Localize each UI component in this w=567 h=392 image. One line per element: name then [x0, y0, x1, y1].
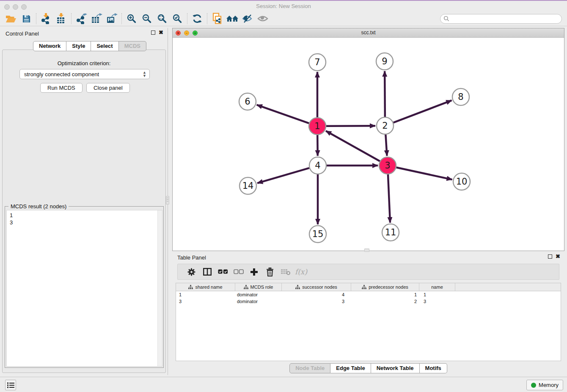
tab-select[interactable]: Select	[91, 41, 118, 51]
zoom-fit-icon[interactable]	[154, 12, 170, 25]
float-panel-icon[interactable]	[151, 30, 155, 35]
network-view-window: ✕ − + scc.txt 7968124314101511	[172, 28, 564, 251]
graph-edge-3-11[interactable]	[388, 174, 390, 223]
minimize-window-icon[interactable]	[13, 4, 18, 10]
hide-selected-icon[interactable]	[240, 12, 255, 25]
search-input[interactable]	[440, 14, 562, 24]
traffic-lights[interactable]	[4, 4, 30, 11]
column-header-name[interactable]: name	[419, 283, 455, 291]
network-maximize-icon[interactable]: +	[193, 30, 198, 36]
network-minimize-icon[interactable]: −	[184, 30, 189, 36]
close-panel-button[interactable]: Close panel	[86, 83, 130, 93]
table-row[interactable]: 3dominator323	[176, 298, 561, 305]
add-icon[interactable]	[246, 265, 262, 278]
graph-edge-1-4[interactable]	[317, 135, 318, 156]
column-header-shared-name[interactable]: shared name	[176, 283, 235, 291]
network-graph[interactable]: 7968124314101511	[173, 38, 564, 251]
column-header-predecessor-nodes[interactable]: predecessor nodes	[351, 283, 419, 291]
run-mcds-button[interactable]: Run MCDS	[40, 83, 83, 93]
criterion-select[interactable]: strongly connected component ▲▼	[19, 69, 150, 79]
control-panel: Control Panel ✖ Network Style Select MCD…	[0, 28, 168, 375]
column-header-successor-nodes[interactable]: successor nodes	[282, 283, 351, 291]
table-toolbar: f(x)	[177, 264, 559, 280]
search-field[interactable]	[440, 14, 562, 24]
select-all-icon[interactable]	[215, 265, 231, 278]
import-network-icon[interactable]	[39, 12, 54, 25]
graph-node-label: 7	[314, 57, 320, 67]
delete-icon[interactable]	[262, 265, 278, 278]
import-table-icon[interactable]	[54, 12, 69, 25]
search-icon	[443, 16, 449, 23]
mcds-result-line: 3	[7, 219, 162, 226]
task-history-button[interactable]	[5, 380, 16, 390]
close-panel-icon[interactable]: ✖	[159, 30, 163, 35]
toolbar-separator	[121, 13, 122, 24]
horizontal-split-grip[interactable]	[364, 248, 369, 252]
graph-edge-3-10[interactable]	[396, 167, 452, 179]
control-panel-header: Control Panel ✖	[0, 28, 168, 39]
tab-edge-table[interactable]: Edge Table	[330, 363, 371, 373]
table-row[interactable]: 1dominator411	[176, 291, 561, 298]
tab-network-table[interactable]: Network Table	[371, 363, 420, 373]
zoom-out-icon[interactable]	[139, 12, 154, 25]
control-panel-title: Control Panel	[6, 30, 39, 37]
deselect-all-icon[interactable]	[231, 265, 246, 278]
graph-edge-4-14[interactable]	[257, 168, 309, 183]
network-close-icon[interactable]: ✕	[176, 30, 181, 36]
table-body: 1dominator4113dominator323	[176, 291, 561, 305]
graph-node-label: 8	[458, 92, 463, 102]
open-file-icon[interactable]	[3, 12, 19, 25]
tab-node-table[interactable]: Node Table	[289, 363, 330, 373]
vertical-split-grip[interactable]	[166, 196, 169, 204]
table-cell: 3	[419, 299, 455, 304]
close-window-icon[interactable]	[4, 4, 10, 10]
function-builder-icon: f(x)	[293, 265, 309, 278]
graph-edge-1-2[interactable]	[326, 126, 375, 126]
float-table-panel-icon[interactable]	[548, 254, 552, 259]
gear-icon[interactable]	[184, 265, 199, 278]
graph-edge-2-3[interactable]	[385, 135, 387, 156]
columns-icon[interactable]	[199, 265, 215, 278]
tab-network[interactable]: Network	[33, 41, 66, 51]
column-header-mcds-role[interactable]: MCDS role	[235, 283, 282, 291]
memory-button[interactable]: Memory	[526, 380, 563, 390]
export-table-icon[interactable]	[89, 12, 104, 25]
mcds-tab-content: Optimization criterion: strongly connect…	[2, 50, 166, 373]
table-cell: 2	[351, 299, 419, 304]
window-titlebar: Session: New Session	[0, 0, 567, 11]
toolbar-separator	[187, 13, 187, 24]
graph-node-label: 11	[385, 227, 396, 237]
graph-node-label: 14	[242, 181, 254, 191]
zoom-in-icon[interactable]	[124, 12, 139, 25]
apply-layout-icon[interactable]	[190, 12, 205, 25]
select-stepper-icon: ▲▼	[143, 71, 146, 77]
close-table-panel-icon[interactable]: ✖	[556, 254, 560, 259]
result-scrollbar[interactable]	[157, 210, 162, 366]
table-tabs: Node Table Edge Table Network Table Moti…	[172, 363, 564, 373]
save-session-icon[interactable]	[19, 12, 34, 25]
graph-node-label: 9	[382, 56, 387, 66]
graph-edge-3-1[interactable]	[326, 131, 380, 161]
graph-edge-2-8[interactable]	[394, 100, 452, 122]
zoom-selected-icon[interactable]	[170, 12, 185, 25]
first-neighbors-icon[interactable]	[225, 12, 240, 25]
export-network-icon[interactable]	[74, 12, 89, 25]
delete-table-icon[interactable]	[278, 265, 293, 278]
graph-edge-2-9[interactable]	[385, 71, 385, 117]
mcds-result-title: MCDS result (2 nodes)	[8, 203, 69, 210]
mcds-result-line: 1	[7, 212, 162, 219]
criterion-value: strongly connected component	[24, 71, 99, 77]
new-network-from-selection-icon[interactable]	[209, 12, 225, 25]
zoom-window-icon[interactable]	[21, 4, 27, 10]
tab-motifs[interactable]: Motifs	[420, 363, 447, 373]
tab-mcds[interactable]: MCDS	[119, 41, 146, 51]
network-window-titlebar[interactable]: ✕ − + scc.txt	[173, 28, 564, 38]
export-image-icon[interactable]	[104, 12, 119, 25]
toolbar-separator	[36, 13, 36, 24]
show-all-icon[interactable]	[255, 12, 270, 25]
column-header-filler	[455, 283, 561, 291]
tab-style[interactable]: Style	[66, 41, 91, 51]
graph-node-label: 2	[382, 121, 388, 131]
graph-edge-1-6[interactable]	[257, 105, 309, 123]
mcds-result-area[interactable]: 13	[6, 210, 162, 367]
